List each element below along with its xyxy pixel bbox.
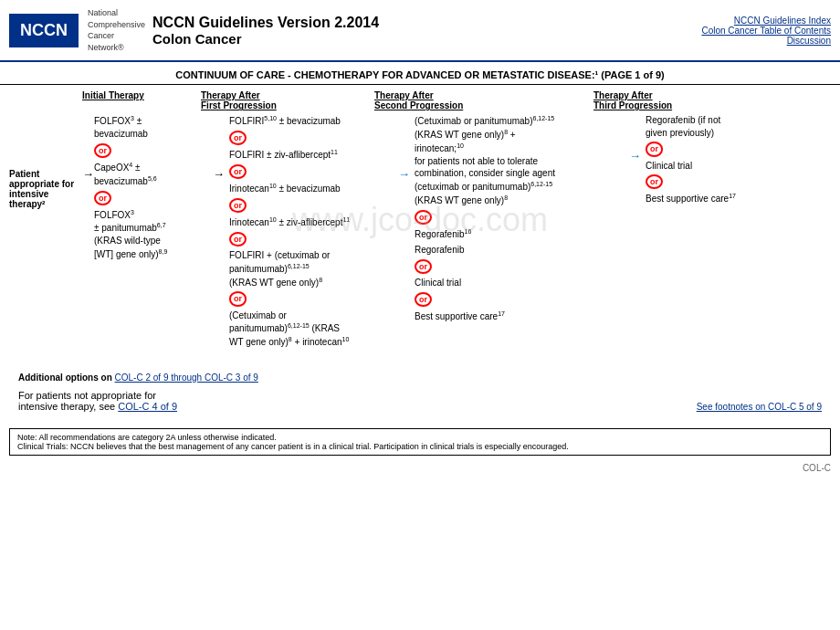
flow-content: Patient appropriate for intensive therap… [9,114,831,348]
initial-therapy-column: FOLFOX3 ±bevacizumab or CapeOX4 ±bevaciz… [94,114,213,260]
initial-item-1: FOLFOX3 ±bevacizumab [94,114,208,140]
or-f2: or [229,163,394,181]
first-item-4: Irinotecan10 ± ziv-aflibercept11 [229,215,394,229]
header-links: NCCN Guidelines Index Colon Cancer Table… [701,16,831,46]
or-s2: or [415,257,625,276]
nccn-logo: NCCN [9,14,79,47]
first-item-1: FOLFIRI5,10 ± bevacizumab [229,114,394,128]
footer-note-1: Note: All recommendations are category 2… [17,433,823,442]
or-t1: or [646,140,801,158]
arrow-to-third: → [629,114,641,163]
patient-label: Patient appropriate for intensive therap… [9,114,82,209]
main-title: CONTINUUM OF CARE - CHEMOTHERAPY FOR ADV… [0,62,840,85]
bottom-row: For patients not appropriate for intensi… [18,390,822,412]
col-header-second: Therapy After Second Progression [374,90,593,110]
footer-note-2: Clinical Trials: NCCN believes that the … [17,442,823,451]
col-header-first: Therapy After First Progression [201,90,374,110]
initial-item-3: FOLFOX3± panitumumab6,7(KRAS wild-type[W… [94,208,208,261]
guideline-title: NCCN Guidelines Version 2.2014 [152,15,379,31]
third-item-3: Best supportive care17 [646,192,801,205]
second-progression-column: (Cetuximab or panitumumab)6,12-15(KRAS W… [410,114,629,322]
discussion-link[interactable]: Discussion [701,36,831,46]
initial-item-2: CapeOX4 ±bevacizumab5,6 [94,161,208,188]
page-code: COL-C [0,463,840,473]
first-item-2: FOLFIRI ± ziv-aflibercept11 [229,148,394,162]
first-item-5: FOLFIRI + (cetuximab orpanitumumab)6,12-… [229,249,394,289]
cancer-type: Colon Cancer [152,31,379,47]
third-progression-block: Regorafenib (if notgiven previously) or … [646,114,801,205]
header-title-block: NCCN Guidelines Version 2.2014 Colon Can… [152,15,379,47]
third-item-2: Clinical trial [646,160,801,173]
additional-options: Additional options on COL-C 2 of 9 throu… [18,373,822,383]
arrow-to-first: → [213,114,225,181]
footnotes-link[interactable]: See footnotes on COL-C 5 of 9 [697,402,822,412]
or-t2: or [646,173,801,191]
or-2: or [94,189,208,207]
header: NCCN National Comprehensive Cancer Netwo… [0,0,840,62]
second-item-3: Clinical trial [415,277,625,289]
intensive-link-row: intensive therapy, see COL-C 4 of 9 [18,401,177,412]
second-item-4: Best supportive care17 [415,310,625,323]
col-c-2-3-link[interactable]: COL-C 2 of 9 through COL-C 3 of 9 [115,373,258,383]
bottom-section: Additional options on COL-C 2 of 9 throu… [0,363,840,421]
table-of-contents-link[interactable]: Colon Cancer Table of Contents [701,26,831,36]
first-item-3: Irinotecan10 ± bevacizumab [229,182,394,195]
or-f1: or [229,129,394,147]
arrow-to-second: → [398,114,410,181]
third-item-1: Regorafenib (if notgiven previously) [646,114,801,139]
second-item-1: (Cetuximab or panitumumab)6,12-15(KRAS W… [415,114,625,206]
first-progression-block: FOLFIRI5,10 ± bevacizumab or FOLFIRI ± z… [229,114,394,348]
col-c-4-link[interactable]: COL-C 4 of 9 [118,401,177,412]
footer-note: Note: All recommendations are category 2… [9,428,831,456]
second-item-regorafenib: Regorafenib [415,244,625,257]
flow-area: www.jco-doc.com Initial Therapy Therapy … [0,85,840,353]
second-item-2: Regorafenib16 [415,227,625,241]
or-s3: or [415,290,625,309]
initial-therapy-block: FOLFOX3 ±bevacizumab or CapeOX4 ±bevaciz… [94,114,208,260]
col-header-initial: Initial Therapy [82,90,201,110]
column-headers: Initial Therapy Therapy After First Prog… [82,90,831,110]
second-progression-block: (Cetuximab or panitumumab)6,12-15(KRAS W… [415,114,625,322]
first-progression-column: FOLFIRI5,10 ± bevacizumab or FOLFIRI ± z… [225,114,398,348]
additional-label: Additional options on [18,373,112,383]
or-f3: or [229,196,394,215]
intensive-label: For patients not appropriate for [18,390,177,401]
or-s1: or [415,208,625,226]
or-f5: or [229,289,394,308]
org-name: National Comprehensive Cancer Network® [88,7,145,53]
guidelines-index-link[interactable]: NCCN Guidelines Index [701,16,831,26]
third-progression-column: Regorafenib (if notgiven previously) or … [641,114,805,205]
arrow-to-initial: → [82,114,94,181]
col-header-third: Therapy After Third Progression [593,90,758,110]
or-f4: or [229,230,394,248]
or-1: or [94,142,208,160]
first-item-6: (Cetuximab orpanitumumab)6,12-15 (KRASWT… [229,310,394,349]
intensive-note: For patients not appropriate for intensi… [18,390,177,412]
